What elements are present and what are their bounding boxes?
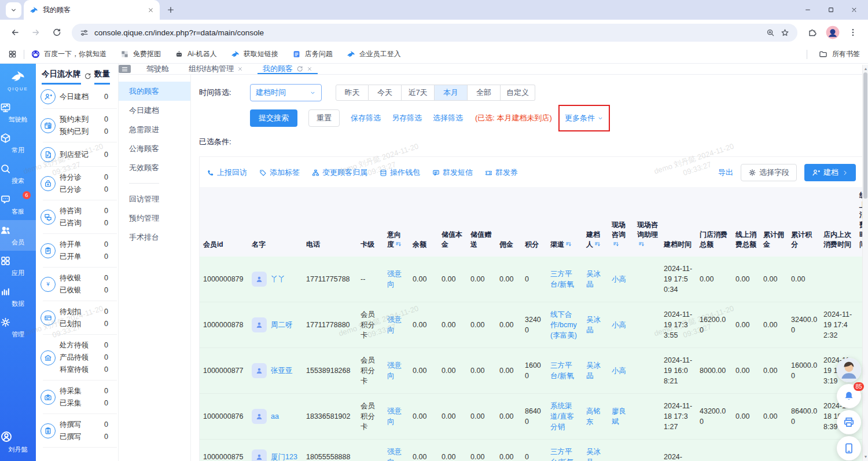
cell-creator[interactable]: 高铭东 — [583, 394, 608, 440]
cell-intent[interactable]: 强意向 — [384, 302, 409, 348]
extensions-icon[interactable] — [804, 24, 821, 41]
workspace-tab[interactable]: 组织结构管理 — [179, 64, 253, 74]
browser-tab[interactable]: 我的顾客 — [24, 0, 160, 20]
sort-icon[interactable] — [638, 241, 645, 247]
scroll-up-arrow[interactable]: ▲ — [863, 66, 868, 72]
bulk-action-link[interactable]: 变更顾客归属 — [312, 167, 367, 178]
apps-grid-icon[interactable] — [8, 50, 17, 58]
cell-channel[interactable]: 三方平台/新氧 — [547, 348, 583, 394]
sidebar-item-member[interactable]: 会员 — [0, 220, 36, 251]
submenu-item[interactable]: 无效顾客 — [119, 158, 190, 177]
cell-creator[interactable]: 吴冰晶 — [583, 440, 608, 461]
window-close-icon[interactable] — [851, 6, 858, 13]
scroll-down-arrow[interactable]: ▼ — [863, 454, 868, 460]
bulk-action-link[interactable]: 群发短信 — [432, 167, 473, 178]
cell-assistant[interactable] — [634, 257, 660, 302]
quick-range-button[interactable]: 全部 — [468, 85, 501, 101]
cell-assistant[interactable] — [634, 348, 660, 394]
create-record-button[interactable]: 建档 — [804, 164, 856, 181]
back-icon[interactable] — [7, 24, 23, 41]
sort-icon[interactable] — [565, 241, 572, 247]
browser-profile-avatar[interactable] — [825, 25, 840, 40]
zoom-icon[interactable] — [766, 28, 775, 37]
sidebar-item-apps[interactable]: 应用 — [0, 251, 36, 281]
url-text[interactable]: console.qique.cn/index.php?r=data/main/c… — [94, 28, 760, 37]
submenu-item[interactable]: 公海顾客 — [119, 139, 190, 158]
maximize-icon[interactable] — [827, 6, 834, 13]
sidebar-item-search[interactable]: 搜索 — [0, 159, 36, 189]
bulk-action-link[interactable]: 上报回访 — [207, 167, 247, 178]
bookmark-item[interactable]: Ai-机器人 — [175, 49, 217, 59]
vertical-scrollbar-thumb[interactable] — [863, 72, 867, 199]
quick-range-button[interactable]: 自定义 — [501, 85, 535, 101]
cell-intent[interactable]: 强意向 — [384, 257, 409, 302]
submenu-item[interactable]: 预约管理 — [119, 208, 190, 228]
column-header-creator[interactable]: 建档人 — [583, 187, 608, 257]
customer-name-link[interactable]: 丫丫 — [271, 274, 285, 284]
cell-channel[interactable]: 三方平台/新氧 — [547, 440, 583, 461]
tab-close-icon[interactable] — [148, 7, 154, 13]
column-header-assistant[interactable]: 现场咨询助理 — [634, 187, 660, 257]
cell-creator[interactable]: 吴冰晶 — [583, 257, 608, 302]
cell-channel[interactable]: 线下合作/bcmy(李富美) — [547, 302, 583, 348]
sidebar-item-common[interactable]: 常用 — [0, 128, 36, 159]
mobile-button[interactable] — [837, 436, 861, 460]
sidebar-item-dashboard[interactable]: 驾驶舱 — [0, 97, 36, 128]
cell-name[interactable]: 丫丫 — [248, 257, 303, 302]
address-bar[interactable]: console.qique.cn/index.php?r=data/main/c… — [72, 24, 797, 42]
current-user[interactable]: 刘丹懿 — [0, 426, 36, 461]
bulk-action-link[interactable]: 操作钱包 — [380, 167, 420, 178]
print-button[interactable] — [837, 410, 861, 434]
browser-menu-icon[interactable] — [845, 24, 861, 41]
submenu-item[interactable]: 回访管理 — [119, 189, 190, 208]
assistant-avatar[interactable] — [837, 358, 861, 382]
quick-range-button[interactable]: 近7天 — [402, 85, 435, 101]
cell-name[interactable]: 周二呀 — [248, 302, 303, 348]
cell-intent[interactable]: 强意向 — [384, 440, 409, 461]
bookmark-star-icon[interactable] — [781, 28, 789, 37]
submenu-item[interactable]: 今日建档 — [119, 101, 190, 120]
cell-assistant[interactable] — [634, 394, 660, 440]
cell-name[interactable]: 厦门123 — [248, 440, 303, 461]
cell-channel[interactable]: 系统渠道/直客分销 — [547, 394, 583, 440]
bulk-action-link[interactable]: 群发券 — [485, 167, 518, 178]
workspace-tab[interactable]: 我的顾客 — [253, 64, 322, 74]
customer-name-link[interactable]: 周二呀 — [271, 320, 293, 330]
refresh-icon[interactable] — [296, 65, 303, 72]
column-header-channel[interactable]: 渠道 — [547, 187, 583, 257]
submit-search-button[interactable]: 提交搜索 — [250, 109, 297, 127]
quick-range-button[interactable]: 今天 — [369, 85, 402, 101]
cell-consultant[interactable]: 小高 — [608, 348, 634, 394]
column-header-consultant[interactable]: 现场咨询 — [608, 187, 634, 257]
customer-name-link[interactable]: aa — [271, 411, 279, 422]
submenu-item[interactable]: 急需跟进 — [119, 120, 190, 139]
site-settings-icon[interactable] — [80, 28, 89, 37]
cell-consultant[interactable]: 小高 — [608, 302, 634, 348]
cell-name[interactable]: aa — [248, 394, 303, 440]
notifications-button[interactable]: 85 — [837, 384, 861, 408]
new-tab-button[interactable] — [167, 6, 175, 14]
close-icon[interactable] — [237, 66, 243, 72]
cell-consultant[interactable]: 小高 — [608, 257, 634, 302]
forward-icon[interactable] — [28, 24, 44, 41]
reload-icon[interactable] — [49, 24, 65, 41]
sort-icon[interactable] — [395, 241, 402, 247]
bookmark-item[interactable]: 获取短链接 — [231, 49, 278, 59]
all-bookmarks[interactable]: 所有书签 — [800, 49, 860, 59]
sidebar-item-admin[interactable]: 管理 — [0, 312, 36, 343]
quick-range-button[interactable]: 本月 — [435, 85, 468, 101]
cell-consultant[interactable]: 廖良斌 — [608, 394, 634, 440]
cell-channel[interactable]: 三方平台/新氧 — [547, 257, 583, 302]
save-filter-link[interactable]: 保存筛选 — [351, 113, 381, 123]
bookmark-item[interactable]: 百度一下，你就知道 — [31, 49, 106, 59]
save-as-filter-link[interactable]: 另存筛选 — [392, 113, 422, 123]
customer-name-link[interactable]: 张亚亚 — [271, 365, 293, 376]
bookmark-item[interactable]: 店务问题 — [292, 49, 333, 59]
sidebar-item-service[interactable]: 客服6 — [0, 189, 36, 220]
submenu-item[interactable]: 我的顾客 — [119, 82, 190, 101]
sort-icon[interactable] — [594, 241, 601, 247]
bookmark-item[interactable]: 免费抠图 — [120, 49, 161, 59]
export-link[interactable]: 导出 — [718, 167, 733, 178]
more-conditions-link[interactable]: 更多条件 — [558, 105, 610, 131]
cell-assistant[interactable] — [634, 440, 660, 461]
